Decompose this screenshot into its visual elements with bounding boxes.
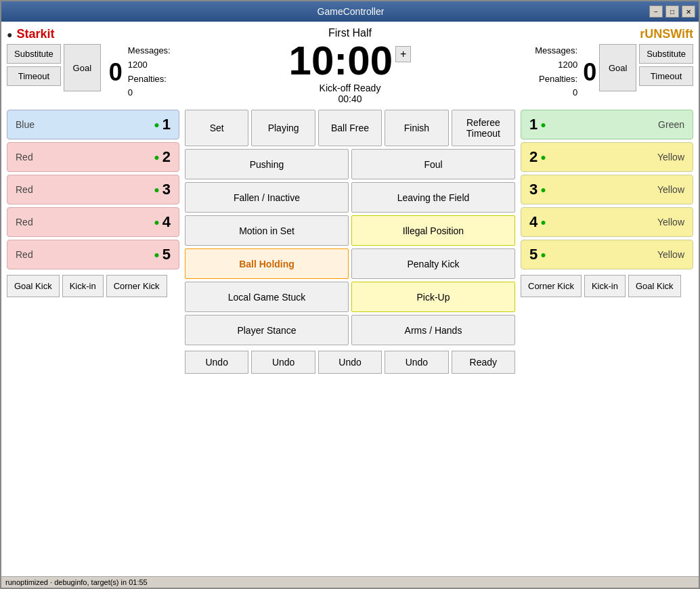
goal-right-button[interactable]: Goal [599,44,636,91]
messages-left: Messages: 1200 Penalties: 0 [128,44,171,100]
player-left-2[interactable]: Red ● 2 [7,142,179,172]
kickoff-label: Kick-off Ready [320,83,381,93]
plus-button[interactable]: + [395,46,411,62]
player-left-2-dot: ● [154,152,159,162]
player-right-4-num: 4 [529,213,538,231]
player-left-1-name: Blue [16,119,35,130]
maximize-button[interactable]: □ [665,5,679,18]
player-left-4-num: 4 [162,213,171,231]
penalties-right-label: Penalties: [539,74,577,84]
ready-button[interactable]: Ready [452,351,515,374]
score-left: 0 [109,58,123,87]
player-right-4[interactable]: 4 ● Yellow [521,207,693,237]
player-right-1-dot: ● [540,119,546,130]
middle-section: Blue ● 1 Red ● 2 Red ● [7,110,693,571]
finish-button[interactable]: Finish [385,110,448,146]
ball-holding-button[interactable]: Ball Holding [185,248,349,279]
close-button[interactable]: ✕ [682,5,695,18]
messages-left-value: 1200 [128,60,148,70]
goal-kick-right-button[interactable]: Goal Kick [628,275,681,297]
player-left-1-num: 1 [162,116,171,133]
team-right-name: rUNSWift [640,27,693,41]
undo-button-3[interactable]: Undo [318,351,382,374]
player-left-2-name: Red [16,152,33,162]
player-stance-button[interactable]: Player Stance [185,315,349,345]
title-bar: GameController − □ ✕ [1,1,699,22]
main-content: ● Starkit Substitute Timeout Goal 0 Mess… [1,22,699,576]
top-row: ● Starkit Substitute Timeout Goal 0 Mess… [7,27,693,104]
player-right-2[interactable]: 2 ● Yellow [521,142,693,172]
playing-button[interactable]: Playing [251,110,315,146]
kickin-right-button[interactable]: Kick-in [584,275,626,297]
player-left-5[interactable]: Red ● 5 [7,240,179,269]
center-buttons: Set Playing Ball Free Finish Referee Tim… [185,110,515,571]
player-right-3-num: 3 [529,181,538,198]
player-right-5[interactable]: 5 ● Yellow [521,240,693,269]
player-right-3[interactable]: 3 ● Yellow [521,175,693,204]
messages-right: Messages: 1200 Penalties: 0 [535,44,577,100]
substitute-right-button[interactable]: Substitute [639,44,693,64]
player-left-4[interactable]: Red ● 4 [7,207,179,237]
pickup-button[interactable]: Pick-Up [351,282,515,312]
player-left-5-num: 5 [162,246,171,263]
fallen-inactive-button[interactable]: Fallen / Inactive [185,182,349,213]
timeout-left-button[interactable]: Timeout [7,66,61,86]
penalties-left-value: 0 [128,87,133,97]
penalties-right-value: 0 [573,87,577,97]
team-right-name-row: rUNSWift [640,27,693,41]
undo-button-4[interactable]: Undo [385,351,448,374]
player-right-2-dot: ● [540,152,546,162]
player-left-1-dot: ● [154,119,159,130]
messages-left-label: Messages: [128,45,171,56]
player-left-1[interactable]: Blue ● 1 [7,110,179,139]
player-right-1-num: 1 [529,116,538,133]
score-right: 0 [583,58,596,87]
player-left-3[interactable]: Red ● 3 [7,175,179,204]
undo-button-2[interactable]: Undo [251,351,315,374]
player-left-3-dot: ● [154,184,159,195]
score-right-area: Messages: 1200 Penalties: 0 0 [535,44,596,100]
player-right-1-name: Green [658,119,684,130]
player-right-5-dot: ● [540,249,546,260]
penalty-row-6: Player Stance Arms / Hands [185,315,515,345]
player-left-3-name: Red [16,184,33,195]
motion-in-set-button[interactable]: Motion in Set [185,215,349,246]
goal-left-button[interactable]: Goal [64,44,101,91]
team-left-name-row: ● Starkit [7,27,55,41]
referee-timeout-button[interactable]: Referee Timeout [452,110,515,146]
timeout-right-button[interactable]: Timeout [639,66,693,86]
player-right-5-name: Yellow [657,249,684,260]
player-right-2-num: 2 [529,148,538,166]
illegal-position-button[interactable]: Illegal Position [351,215,515,246]
substitute-left-button[interactable]: Substitute [7,44,61,64]
kickin-left-button[interactable]: Kick-in [62,275,104,297]
team-left-name: Starkit [16,27,54,41]
team-left-header: ● Starkit Substitute Timeout Goal 0 Mess… [7,27,183,100]
minimize-button[interactable]: − [649,5,663,18]
penalty-row-5: Local Game Stuck Pick-Up [185,282,515,312]
penalties-left-label: Penalties: [128,74,167,84]
timer-row: 10:00 + [289,41,412,81]
leaving-field-button[interactable]: Leaving the Field [351,182,515,213]
score-left-area: 0 Messages: 1200 Penalties: 0 [109,44,171,100]
corner-kick-right-button[interactable]: Corner Kick [521,275,582,297]
foul-button[interactable]: Foul [351,149,515,179]
player-left-4-name: Red [16,217,33,227]
team-right-header: rUNSWift Substitute Timeout Goal Message… [517,27,693,100]
player-left-5-dot: ● [154,249,159,260]
pushing-button[interactable]: Pushing [185,149,349,179]
arms-hands-button[interactable]: Arms / Hands [351,315,515,345]
player-right-4-dot: ● [540,217,546,227]
ball-free-button[interactable]: Ball Free [318,110,382,146]
undo-button-1[interactable]: Undo [185,351,248,374]
local-game-stuck-button[interactable]: Local Game Stuck [185,282,349,312]
window-controls: − □ ✕ [649,5,695,18]
goal-kick-left-button[interactable]: Goal Kick [7,275,60,297]
messages-right-value: 1200 [558,60,577,70]
set-button[interactable]: Set [185,110,248,146]
player-right-1[interactable]: 1 ● Green [521,110,693,139]
penalty-kick-button[interactable]: Penalty Kick [351,248,515,279]
status-text: runoptimized · debuginfo, target(s) in 0… [5,578,148,586]
center-timer-panel: First Half 10:00 + Kick-off Ready 00:40 [183,27,517,104]
corner-kick-left-button[interactable]: Corner Kick [106,275,167,297]
